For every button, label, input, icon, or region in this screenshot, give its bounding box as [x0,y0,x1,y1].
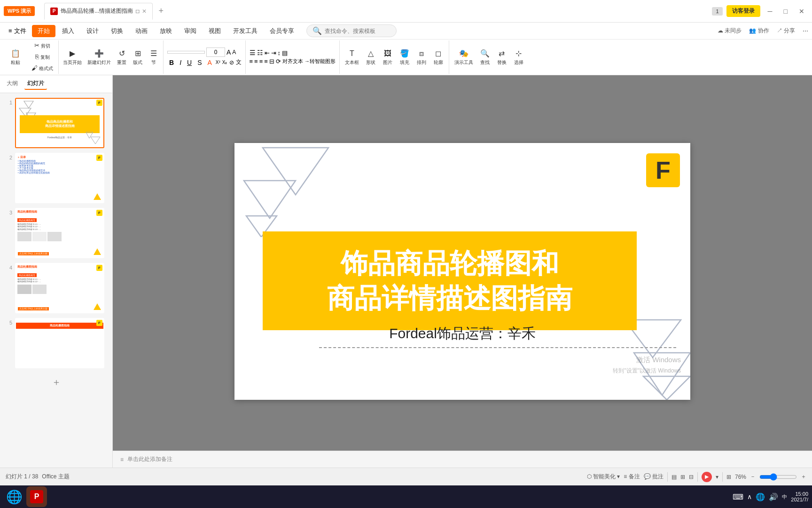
maximize-button[interactable]: □ [780,6,791,17]
tab-review[interactable]: 审阅 [179,25,202,37]
tab-insert[interactable]: 插入 [56,25,80,37]
font-size-down[interactable]: A [232,49,236,56]
present-button[interactable]: ▶ 当页开始 [61,48,84,67]
slide-preview-1[interactable]: F 饰品商品轮播图和商品详情描述图指南 Fordeal饰品运营：辛禾 [15,98,104,148]
add-slide-button[interactable]: ＋ [4,372,109,392]
para-spacing-button[interactable]: ▤ [282,49,288,56]
indent-less-button[interactable]: ⇤ [265,49,270,56]
collaborate-btn[interactable]: 👥 协作 [749,27,769,35]
find-button[interactable]: 🔍 查找 [477,48,492,67]
justify-button[interactable]: ≡ [264,58,268,65]
slide-preview-4[interactable]: F 商品轮播图指南 商品轮播图规范 相关说明文字内容 4-1-1：...相关说明… [15,263,104,313]
zoom-plus-button[interactable]: ＋ [801,473,806,481]
taskbar-keyboard-icon[interactable]: ⌨ [733,492,743,501]
document-tab[interactable]: P 饰品商品轮播...情描述图指南 □ ✕ [44,3,153,20]
view-reading-button[interactable]: ⊟ [689,474,694,480]
slide-canvas[interactable]: F 饰品商品轮播图和 商品详情描述图指南 Fordeal饰品运营：辛禾 激活 W… [234,143,690,400]
search-input[interactable] [325,28,390,34]
sync-status[interactable]: ☁ 未同步 [718,27,742,35]
paste-button[interactable]: 📋 粘贴 [4,48,27,67]
slide-thumb-5[interactable]: 5 F 商品轮播图指南 [4,317,109,369]
outline-button[interactable]: ◻ 轮廓 [431,48,446,67]
font-color-button[interactable]: A [205,58,213,67]
tab-design[interactable]: 设计 [81,25,104,37]
outline-tab[interactable]: 大纲 [4,78,21,90]
fill-button[interactable]: 🪣 填充 [397,48,412,67]
close-button[interactable]: ✕ [795,6,808,17]
tab-developer[interactable]: 开发工具 [227,25,263,37]
slide-thumb-4[interactable]: 4 F 商品轮播图指南 商品轮播图规范 相关说明文字内容 4-1-1：...相关… [4,262,109,314]
replace-button[interactable]: ⇄ 替换 [494,48,509,67]
clear-format-button[interactable]: ⊘ [229,59,234,66]
subscript-button[interactable]: X₂ [222,60,227,65]
shape-button[interactable]: △ 形状 [363,48,378,67]
view-grid-button[interactable]: ⊞ [680,474,685,480]
search-bar[interactable]: 🔍 [306,24,397,37]
tab-start[interactable]: 开始 [32,25,55,37]
add-notes-bar[interactable]: ≡ 单击此处添加备注 [113,451,812,468]
tab-slideshow[interactable]: 放映 [154,25,178,37]
present-tool-button[interactable]: 🎭 演示工具 [452,48,476,67]
strikethrough-button[interactable]: S [195,58,203,67]
section-button[interactable]: ☰ 节 [146,48,161,67]
format-button[interactable]: 🖌 格式式 [28,63,56,73]
cut-button[interactable]: ✂ 剪切 [28,40,56,51]
view-normal-button[interactable]: ▤ [671,474,677,480]
align-right-button[interactable]: ≡ [259,58,263,65]
arrange-button[interactable]: ⧈ 排列 [414,48,429,67]
comment-button[interactable]: 💬 批注 [644,473,664,481]
taskbar-up-arrow[interactable]: ∧ [747,493,752,500]
share-btn[interactable]: ↗ 分享 [777,27,795,35]
text-direction-button[interactable]: ⟳ [276,58,281,65]
zoom-minus-button[interactable]: － [750,473,756,481]
slide-preview-3[interactable]: F 商品轮播图指南 商品轮播图规范 相关说明文字内容 3-1-1：...相关说明… [15,208,104,258]
list-ordered-button[interactable]: ☷ [257,49,263,56]
tab-transition[interactable]: 切换 [105,25,129,37]
new-tab-button[interactable]: + [156,6,166,16]
tab-view[interactable]: 视图 [203,25,226,37]
taskbar-input-indicator[interactable]: 中 [782,493,787,500]
align-text-button[interactable]: 对齐文本 [282,58,303,65]
superscript-button[interactable]: X² [216,60,220,65]
layout-button[interactable]: ⊞ 版式 [130,48,145,67]
char-menu-button[interactable]: 文 [236,58,242,66]
font-family-select[interactable] [167,51,205,54]
slide-thumb-2[interactable]: 2 F ≡ 目录 • 饰品轮播图指南 • 商品的商品轮播图的规范 • 材质参考文… [4,152,109,204]
play-button[interactable]: ▶ [702,472,712,482]
taskbar-network-icon[interactable]: 🌐 [756,492,765,501]
taskbar-speaker-icon[interactable]: 🔊 [769,492,778,501]
tab-membership[interactable]: 会员专享 [264,25,300,37]
minimize-button[interactable]: ─ [764,6,776,17]
slide-thumb-3[interactable]: 3 F 商品轮播图指南 商品轮播图规范 相关说明文字内容 3-1-1：...相关… [4,207,109,259]
smart-convert-button[interactable]: →转智能图形 [304,58,336,65]
column-button[interactable]: ⊟ [269,58,274,65]
zoom-slider[interactable] [759,473,797,481]
italic-button[interactable]: I [178,58,183,67]
slide-preview-5[interactable]: F 商品轮播图指南 [15,318,104,368]
more-btn[interactable]: ⋯ [803,28,808,34]
fit-button[interactable]: ⊞ [726,474,731,480]
wps-logo-button[interactable]: WPS 演示 [4,6,35,16]
font-size-input[interactable]: 0 [206,48,225,57]
new-slide-button[interactable]: ➕ 新建幻灯片 [85,48,113,67]
visitor-login-button[interactable]: 访客登录 [726,5,760,17]
bold-button[interactable]: B [167,58,176,67]
slide-preview-2[interactable]: F ≡ 目录 • 饰品轮播图指南 • 商品的商品轮播图的规范 • 材质参考文案 … [15,153,104,203]
select-button[interactable]: ⊹ 选择 [511,48,526,67]
align-center-button[interactable]: ≡ [254,58,258,65]
slide-thumb-1[interactable]: 1 F 饰品商品轮播图和商品详情描述图指南 Fordeal饰品运营：辛禾 [4,97,109,149]
file-menu[interactable]: ≡ 文件 [4,25,31,37]
font-size-up[interactable]: A [226,48,231,56]
reset-button[interactable]: ↺ 重置 [114,48,129,67]
play-dropdown[interactable]: ▾ [716,474,718,480]
indent-more-button[interactable]: ⇥ [271,49,276,56]
taskbar-wps-app[interactable]: P [26,486,47,507]
slides-tab[interactable]: 幻灯片 [24,78,47,90]
line-height-button[interactable]: ↕ [278,49,281,56]
tab-animation[interactable]: 动画 [130,25,153,37]
tab-close-button[interactable]: ✕ [142,8,147,15]
list-unordered-button[interactable]: ☰ [250,49,256,56]
textbox-button[interactable]: T 文本框 [343,48,361,67]
align-left-button[interactable]: ≡ [250,58,253,65]
smart-beauty-button[interactable]: ⬡ 智能美化 ▾ [587,473,620,481]
